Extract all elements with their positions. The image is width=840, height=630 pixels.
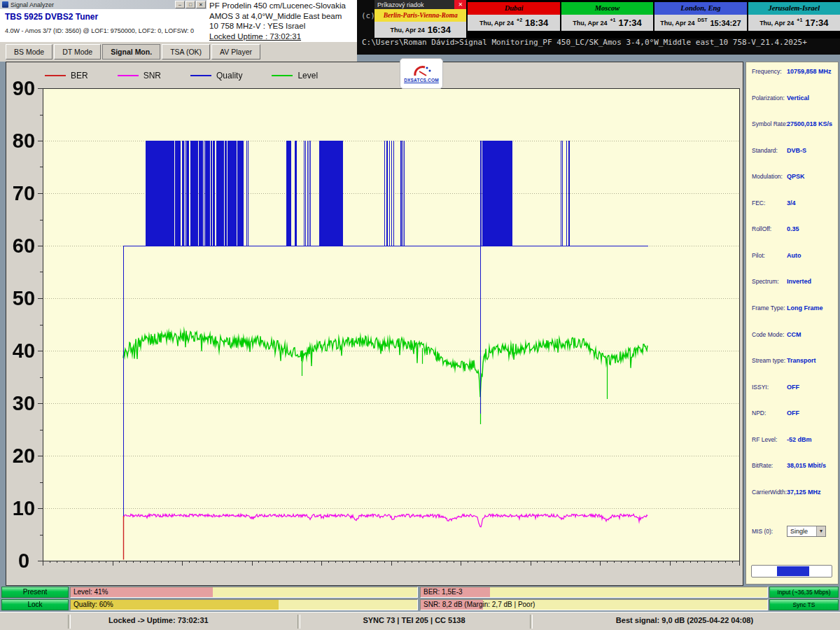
statusbar-uptime: Locked -> Uptime: 73:02:31 <box>108 616 209 624</box>
tab-tsa-ok[interactable]: TSA (OK) <box>162 44 210 59</box>
clock-date: Thu, Apr 24 <box>760 20 794 27</box>
snr-progressbar: SNR: 8,2 dB (Margin: 2,7 dB | Poor) <box>420 599 768 610</box>
y-axis-label-50: 50 <box>6 287 41 309</box>
param-label: RollOff: <box>752 224 771 234</box>
param-value: Transport <box>787 356 816 366</box>
param-row-frame-type: Frame Type:Long Frame <box>752 303 835 314</box>
statusbar-best-signal: Best signal: 9,0 dB (2025-04-22 04:08) <box>531 616 839 624</box>
y-axis-label-20: 20 <box>6 444 41 467</box>
clock-date: Thu, Apr 24 <box>479 20 514 27</box>
tab-dt-mode[interactable]: DT Mode <box>54 44 101 59</box>
y-axis-label-90: 90 <box>6 77 41 99</box>
y-axis-label-70: 70 <box>6 182 41 204</box>
param-label: Code Mode: <box>752 330 784 340</box>
param-value: OFF <box>787 382 799 393</box>
quality-progressbar: Quality: 60% <box>70 599 418 610</box>
param-value: Long Frame <box>787 303 823 314</box>
level-label: Level: 41% <box>74 588 108 596</box>
tuner-name: TBS 5925 DVBS2 Tuner <box>5 12 98 22</box>
param-value: OFF <box>787 408 799 419</box>
satellite-dish-icon <box>410 65 433 78</box>
clock-city-header: Moscow <box>561 2 653 15</box>
param-label: Symbol Rate: <box>752 119 788 130</box>
ber-legend-line <box>45 75 66 76</box>
param-value: 0.35 <box>787 224 799 234</box>
present-indicator: Present <box>1 587 69 598</box>
param-row-pilot: Pilot:Auto <box>752 251 835 261</box>
param-row-standard: Standard:DVB-S <box>752 146 835 156</box>
param-value: 10759,858 MHz <box>787 66 832 77</box>
param-label: NPD: <box>752 408 766 419</box>
param-label: Standard: <box>752 146 778 156</box>
tuner-details: 4.0W - Amos 3/7 (ID: 3560) @ LOF1: 97500… <box>5 27 194 34</box>
tab-signal-mon[interactable]: Signal Mon. <box>102 44 160 59</box>
sync-ts-indicator: Sync TS <box>769 599 839 610</box>
param-row-rf-level: RF Level:-52 dBm <box>752 435 835 445</box>
param-value: Inverted <box>787 276 811 287</box>
param-row-mis-0: MIS (0):Single▾ <box>752 526 835 537</box>
tab-bar: BS ModeDT ModeSignal Mon.TSA (OK)AV Play… <box>0 42 357 62</box>
close-button[interactable]: ✕ <box>196 1 206 8</box>
clock-london-eng: London, EngThu, Apr 24DST15:34:27 <box>654 0 746 38</box>
level-legend-label: Level <box>298 71 318 80</box>
y-axis-labels: 0102030405060708090 <box>6 62 43 585</box>
param-row-polarization: Polarization:Vertical <box>752 93 835 104</box>
clock-dubai: DubaiThu, Apr 24+218:34 <box>468 0 559 38</box>
signal-analyzer-app: Signal Analyzer – □ ✕ TBS 5925 DVBS2 Tun… <box>0 0 840 630</box>
param-value: Vertical <box>787 93 809 104</box>
param-label: RF Level: <box>752 435 777 445</box>
minimize-button[interactable]: – <box>175 1 185 8</box>
lock-indicator: Lock <box>1 599 69 610</box>
tab-bs-mode[interactable]: BS Mode <box>6 44 52 59</box>
param-row-frequency: Frequency:10759,858 MHz <box>752 66 835 77</box>
clock-time-row: Thu, Apr 24+218:34 <box>468 15 559 31</box>
clock-berlin-paris-vienna-roma: Príkazový riadok✕Berlin-Paris-Vienna-Rom… <box>374 0 466 38</box>
param-label: Frequency: <box>752 66 782 77</box>
terminal-close-button[interactable]: ✕ <box>454 0 466 9</box>
clock-time-value: 18:34 <box>525 18 548 28</box>
clock-time-row: Thu, Apr 2416:34 <box>374 22 466 38</box>
clock-time-row: Thu, Apr 24+117:34 <box>561 15 653 31</box>
statusbar-sync-counters: SYNC 73 | TEI 205 | CC 5138 <box>298 616 530 624</box>
param-row-modulation: Modulation:QPSK <box>752 172 835 182</box>
site-line-antenna: PF Prodelin 450 cm/Lucenec-Slovakia <box>209 1 357 11</box>
panel-mini-progress <box>751 565 832 578</box>
chevron-down-icon[interactable]: ▾ <box>816 526 825 536</box>
param-value: 37,125 MHz <box>787 487 821 498</box>
site-line-frequency: 10 758 MHz-V : YES Israel <box>209 21 357 31</box>
dxsatcs-logo: DXSATCS.COM <box>400 58 443 89</box>
tab-av-player[interactable]: AV Player <box>211 44 260 59</box>
window-titlebar[interactable]: Signal Analyzer – □ ✕ <box>0 0 206 9</box>
clock-utc-offset: +1 <box>797 18 802 22</box>
level-progressbar: Level: 41% <box>70 587 418 598</box>
param-row-code-mode: Code Mode:CCM <box>752 330 835 340</box>
clock-time-value: 17:34 <box>805 18 828 28</box>
clock-date: Thu, Apr 24 <box>573 20 607 27</box>
tuner-info-panel: TBS 5925 DVBS2 Tuner 4.0W - Amos 3/7 (ID… <box>0 9 206 42</box>
param-label: Spectrum: <box>752 276 779 287</box>
param-value: 27500,018 KS/s <box>787 119 832 130</box>
chart-legend: BERSNRQualityLevel <box>45 69 347 83</box>
clock-utc-offset: DST <box>697 18 707 22</box>
ber-progressbar: BER: 1,5E-3 <box>420 587 768 598</box>
terminal-titlebar[interactable]: Príkazový riadok✕ <box>374 0 466 9</box>
terminal-prompt: C:\Users\Roman Dávid>Signal Monitoring_P… <box>362 38 807 47</box>
y-axis-label-10: 10 <box>6 497 41 519</box>
param-value: DVB-S <box>787 146 806 156</box>
param-value: CCM <box>787 330 802 340</box>
maximize-button[interactable]: □ <box>186 1 195 8</box>
clock-time-value: 16:34 <box>428 24 451 35</box>
param-value: 3/4 <box>787 198 796 209</box>
snr-legend-line <box>118 75 139 76</box>
chart-frame: 0102030405060708090 BERSNRQualityLevel D… <box>6 62 743 586</box>
quality-legend-label: Quality <box>216 71 242 80</box>
param-label: ISSYI: <box>752 382 769 393</box>
param-row-symbol-rate: Symbol Rate:27500,018 KS/s <box>752 119 835 130</box>
y-axis-label-60: 60 <box>6 234 41 257</box>
quality-label: Quality: 60% <box>74 601 113 608</box>
level-legend-line <box>272 75 293 76</box>
clock-city-header: Berlin-Paris-Vienna-Roma <box>374 9 466 22</box>
mis-select[interactable]: Single▾ <box>787 526 826 537</box>
param-label: Polarization: <box>752 93 785 104</box>
parameters-panel: Frequency:10759,858 MHzPolarization:Vert… <box>746 62 839 584</box>
